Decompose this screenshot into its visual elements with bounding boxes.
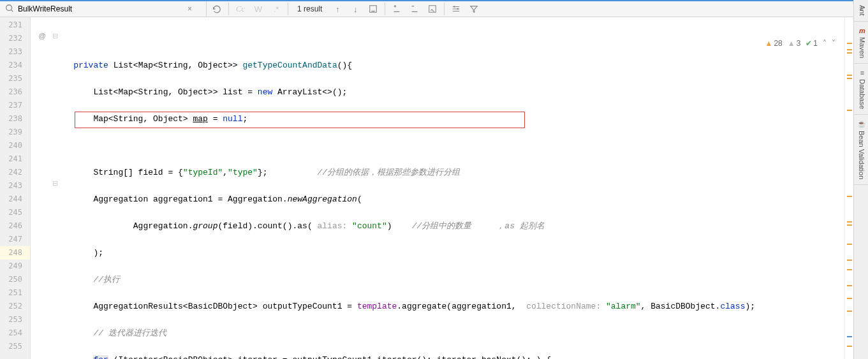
warning-marker[interactable] xyxy=(847,298,852,299)
code-line: String[] field = {"typeId","type"}; //分组… xyxy=(54,166,844,179)
line-number: 236 xyxy=(0,85,30,99)
svg-point-5 xyxy=(457,8,459,10)
info-marker[interactable] xyxy=(847,336,852,337)
tab-bean-validation[interactable]: ☕Bean Validation xyxy=(854,115,868,185)
warning-marker[interactable] xyxy=(847,196,852,197)
line-number: 252 xyxy=(0,300,30,313)
find-toolbar: × Cc W .* 1 result ↑ ↓ × xyxy=(0,1,853,17)
separator xyxy=(288,3,288,15)
line-number-gutter: 2312322332342352362372382392402412422432… xyxy=(0,17,31,359)
match-case-button[interactable]: Cc xyxy=(233,1,248,17)
line-number: 244 xyxy=(0,193,30,206)
right-tool-tabs: Ant mMaven ≡Database ☕Bean Validation xyxy=(853,0,868,359)
line-number: 251 xyxy=(0,286,30,300)
svg-rect-3 xyxy=(429,6,436,13)
code-line: Aggregation.group(field).count().as( ali… xyxy=(54,219,844,233)
line-number: 239 xyxy=(0,126,30,139)
database-icon: ≡ xyxy=(860,69,864,77)
line-number: 253 xyxy=(0,313,30,326)
weak-warnings-count[interactable]: ▲3 xyxy=(788,39,801,48)
warning-icon: ▲ xyxy=(765,39,772,48)
maven-icon: m xyxy=(859,27,865,34)
close-find-icon[interactable]: × xyxy=(859,4,864,14)
line-number: 240 xyxy=(0,139,30,152)
code-line: // 迭代器进行迭代 xyxy=(54,326,844,340)
line-number: 250 xyxy=(0,273,30,286)
warning-marker[interactable] xyxy=(847,52,852,54)
add-selection-icon[interactable] xyxy=(389,1,404,17)
chevron-up-icon[interactable]: ˄ xyxy=(823,39,827,48)
search-box: × xyxy=(3,1,207,17)
warning-marker[interactable] xyxy=(847,285,852,286)
line-number: 234 xyxy=(0,59,30,72)
line-number: 243 xyxy=(0,179,30,193)
code-line: AggregationResults<BasicDBObject> output… xyxy=(54,300,844,313)
clear-search-icon[interactable]: × xyxy=(184,4,196,13)
warning-marker[interactable] xyxy=(847,110,852,111)
words-button[interactable]: W xyxy=(251,1,266,17)
code-line xyxy=(54,32,844,45)
code-line: //执行 xyxy=(54,273,844,286)
result-count: 1 result xyxy=(292,4,327,13)
prev-search-icon[interactable] xyxy=(209,1,224,17)
select-all-icon[interactable] xyxy=(365,1,381,17)
check-icon: ✔ xyxy=(805,39,812,48)
warning-marker[interactable] xyxy=(847,49,852,50)
code-line: private List<Map<String, Object>> getTyp… xyxy=(54,59,844,72)
line-number: 238 xyxy=(0,112,30,126)
separator xyxy=(385,3,385,15)
next-match-icon[interactable]: ↓ xyxy=(348,1,363,17)
inspections-widget[interactable]: ▲28 ▲3 ✔1 ˄ ˅ xyxy=(762,38,838,49)
warning-marker[interactable] xyxy=(847,43,852,44)
warning-marker[interactable] xyxy=(847,78,852,79)
line-number: 246 xyxy=(0,219,30,233)
annotation-gutter: @ ⊟ ⊟ xyxy=(31,17,54,359)
warning-marker[interactable] xyxy=(847,75,852,76)
code-line: Aggregation aggregation1 = Aggregation.n… xyxy=(54,193,844,206)
warning-marker[interactable] xyxy=(847,260,852,261)
tab-maven[interactable]: mMaven xyxy=(854,22,868,64)
svg-point-0 xyxy=(6,5,12,11)
line-number: 242 xyxy=(0,166,30,179)
prev-match-icon[interactable]: ↑ xyxy=(330,1,345,17)
warning-marker[interactable] xyxy=(847,224,852,226)
ok-count[interactable]: ✔1 xyxy=(805,39,818,48)
separator xyxy=(444,3,445,15)
regex-button[interactable]: .* xyxy=(268,1,284,17)
warning-marker[interactable] xyxy=(847,311,852,312)
filter-icon[interactable] xyxy=(466,1,482,17)
settings-icon[interactable] xyxy=(448,1,464,17)
warnings-count[interactable]: ▲28 xyxy=(765,39,782,48)
search-icon xyxy=(5,4,15,14)
line-number: 248 xyxy=(0,246,30,260)
line-number: 245 xyxy=(0,206,30,219)
code-line: for (Iterator<BasicDBObject> iterator = … xyxy=(54,353,844,359)
line-number: 233 xyxy=(0,45,30,59)
search-input[interactable] xyxy=(18,4,184,13)
tab-database[interactable]: ≡Database xyxy=(854,64,868,115)
warning-marker[interactable] xyxy=(847,346,852,347)
line-number: 249 xyxy=(0,260,30,273)
select-all-occurrences-icon[interactable] xyxy=(425,1,440,17)
chevron-down-icon[interactable]: ˅ xyxy=(832,39,835,48)
code-line xyxy=(54,139,844,152)
line-number: 235 xyxy=(0,72,30,85)
warning-marker[interactable] xyxy=(847,244,852,245)
warning-marker[interactable] xyxy=(847,221,852,223)
remove-selection-icon[interactable] xyxy=(407,1,422,17)
error-stripe[interactable] xyxy=(844,17,853,359)
line-number: 232 xyxy=(0,32,30,45)
code-content[interactable]: private List<Map<String, Object>> getTyp… xyxy=(54,17,844,359)
code-line: ); xyxy=(54,246,844,260)
editor[interactable]: 2312322332342352362372382392402412422432… xyxy=(0,17,853,359)
svg-line-1 xyxy=(11,10,13,12)
line-number: 254 xyxy=(0,326,30,340)
line-number: 247 xyxy=(0,233,30,246)
code-line: Map<String, Object> map = null; xyxy=(54,112,844,126)
warning-marker[interactable] xyxy=(847,269,852,270)
line-number: 237 xyxy=(0,99,30,112)
bean-icon: ☕ xyxy=(857,120,866,128)
line-number: 231 xyxy=(0,18,30,32)
separator xyxy=(228,3,229,15)
line-number: 241 xyxy=(0,152,30,166)
